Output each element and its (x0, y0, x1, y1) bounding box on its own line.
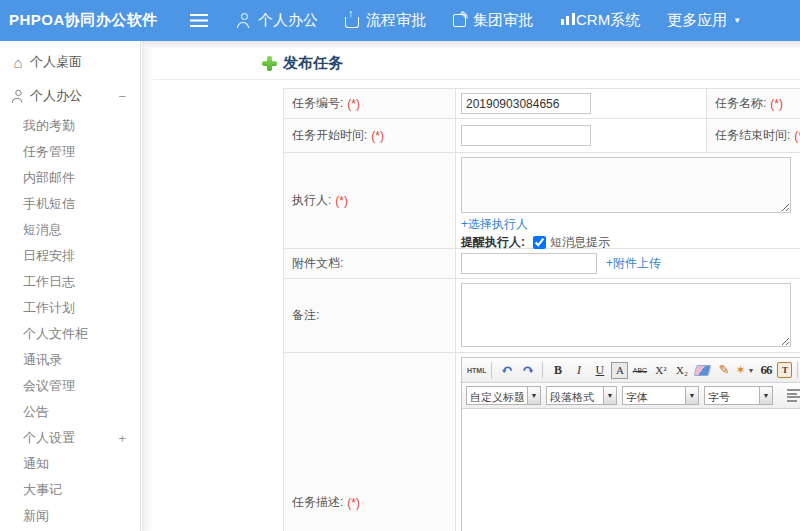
add-task-icon (262, 56, 277, 71)
publish-task-form: 任务编号: (*) 任务名称: (*) 任务开始时间: (*) (283, 88, 800, 531)
caret-down-icon: ▼ (748, 367, 755, 374)
sidebar-item-label: 通讯录 (23, 351, 62, 369)
custom-title-select[interactable]: 自定义标题▼ (466, 386, 541, 405)
template-button[interactable]: T (777, 362, 792, 378)
expand-icon[interactable]: + (118, 431, 126, 446)
blockquote-button[interactable]: 66 (756, 361, 775, 380)
sidebar-item-label: 个人办公 (30, 87, 82, 105)
strikethrough-button[interactable]: ABC (630, 361, 649, 380)
sidebar-item-label: 个人设置 (23, 429, 75, 447)
richtext-editor: HTML↶↷BIUAABCX²X₂✎✶▼66TA▼ 自定义标题▼段落格式▼字体▼… (461, 357, 800, 531)
attachment-label: 附件文档: (284, 249, 456, 278)
sidebar-item[interactable]: 通知 (0, 451, 140, 477)
topnav-item-3[interactable]: 集团审批 (453, 11, 533, 30)
choose-executor-link[interactable]: +选择执行人 (461, 216, 528, 232)
sidebar-item[interactable]: 个人设置+ (0, 425, 140, 451)
sidebar-item[interactable]: 个人办公− (0, 79, 140, 113)
attachment-upload-link[interactable]: +附件上传 (606, 255, 661, 272)
sidebar-item[interactable]: 个人文件柜 (0, 321, 140, 347)
task-number-input[interactable] (461, 93, 591, 114)
remark-textarea[interactable] (461, 283, 791, 347)
redo-icon[interactable]: ↷ (518, 361, 537, 380)
executor-textarea[interactable] (461, 157, 791, 213)
caret-down-icon[interactable]: ▼ (686, 386, 699, 405)
italic-button[interactable]: I (569, 361, 588, 380)
caret-down-icon[interactable]: ▼ (604, 386, 617, 405)
topnav-item-2[interactable]: 流程审批 (345, 11, 426, 30)
topnav-item-5[interactable]: 更多应用▼ (667, 11, 741, 30)
topnav-item-label: 集团审批 (473, 11, 533, 30)
toolbar-separator (797, 362, 798, 378)
sidebar-item[interactable]: ⌂个人桌面 (0, 45, 140, 79)
sidebar-item[interactable]: 工作日志 (0, 269, 140, 295)
required-mark: (*) (347, 496, 360, 510)
editor-content-area[interactable] (462, 409, 800, 531)
topnav-item-label: CRM系统 (576, 11, 640, 30)
toolbar-separator (542, 362, 543, 378)
autotypeset-icon[interactable]: ✶▼ (735, 361, 754, 380)
sidebar-item[interactable]: 新闻 (0, 503, 140, 529)
row-attachment: 附件文档: +附件上传 (284, 249, 800, 279)
sidebar-item-label: 个人桌面 (30, 53, 82, 71)
sidebar-item[interactable]: 手机短信 (0, 191, 140, 217)
dropdown-value: 字体 (622, 386, 686, 405)
caret-down-icon[interactable]: ▼ (760, 386, 773, 405)
font-family-select[interactable]: 字体▼ (622, 386, 699, 405)
edit-icon (453, 14, 466, 27)
remove-format-icon[interactable] (693, 361, 712, 380)
font-background-button[interactable]: A (611, 362, 628, 379)
caret-down-icon[interactable]: ▼ (528, 386, 541, 405)
topnav-item-1[interactable]: 个人办公 (236, 11, 318, 30)
undo-icon[interactable]: ↶ (497, 361, 516, 380)
flow-icon (345, 17, 359, 28)
hamburger-icon[interactable] (190, 14, 208, 17)
sidebar-item[interactable]: 我的考勤 (0, 113, 140, 139)
dropdown-value: 自定义标题 (466, 386, 528, 405)
task-number-label: 任务编号: (*) (284, 89, 456, 118)
user-icon (11, 89, 25, 103)
sidebar-item[interactable]: 通讯录 (0, 347, 140, 373)
topnav-item-label: 更多应用 (667, 11, 727, 30)
form-table: 任务编号: (*) 任务名称: (*) 任务开始时间: (*) (283, 88, 800, 531)
row-executor: 执行人: (*) +选择执行人 提醒执行人: 短消息提示 (284, 153, 800, 249)
sidebar-item-label: 任务管理 (23, 143, 75, 161)
row-remark: 备注: (284, 279, 800, 353)
sidebar-item[interactable]: 会议管理 (0, 373, 140, 399)
sidebar-item-label: 新闻 (23, 507, 49, 525)
sidebar-item[interactable]: 日程安排 (0, 243, 140, 269)
sidebar-item[interactable]: 内部邮件 (0, 165, 140, 191)
bold-button[interactable]: B (548, 361, 567, 380)
font-size-select[interactable]: 字号▼ (704, 386, 773, 405)
sidebar-item[interactable]: 任务管理 (0, 139, 140, 165)
superscript-button[interactable]: X² (651, 361, 670, 380)
sidebar-item[interactable]: 短消息 (0, 217, 140, 243)
collapse-icon[interactable]: − (118, 89, 126, 104)
sidebar-item-label: 我的考勤 (23, 117, 75, 135)
sms-checkbox[interactable] (533, 236, 546, 249)
home-icon: ⌂ (10, 55, 26, 70)
paragraph-format-select[interactable]: 段落格式▼ (546, 386, 617, 405)
format-brush-icon[interactable]: ✎ (714, 361, 733, 380)
html-source-button[interactable]: HTML (467, 361, 486, 380)
attachment-input[interactable] (461, 253, 597, 274)
start-time-input[interactable] (461, 125, 591, 146)
sidebar-item-label: 日程安排 (23, 247, 75, 265)
underline-button[interactable]: U (590, 361, 609, 380)
row-task-time: 任务开始时间: (*) 任务结束时间: (*) (284, 119, 800, 153)
remark-label: 备注: (284, 279, 456, 352)
subscript-button[interactable]: X₂ (672, 361, 691, 380)
end-time-label: 任务结束时间: (*) (706, 119, 800, 152)
main-content: 发布任务 任务编号: (*) 任务名称: (*) (142, 41, 800, 531)
sidebar-item-label: 工作计划 (23, 299, 75, 317)
start-time-label: 任务开始时间: (*) (284, 119, 456, 152)
caret-down-icon: ▼ (733, 16, 741, 25)
align-left-icon[interactable] (786, 388, 800, 403)
sidebar-item[interactable]: 工作计划 (0, 295, 140, 321)
sidebar-item-label: 会议管理 (23, 377, 75, 395)
sidebar-item[interactable]: 大事记 (0, 477, 140, 503)
sidebar-item[interactable]: 公告 (0, 399, 140, 425)
required-mark: (*) (347, 97, 360, 111)
dropdown-value: 字号 (704, 386, 760, 405)
sidebar-shadow (142, 48, 153, 531)
topnav-item-4[interactable]: CRM系统 (560, 11, 640, 30)
